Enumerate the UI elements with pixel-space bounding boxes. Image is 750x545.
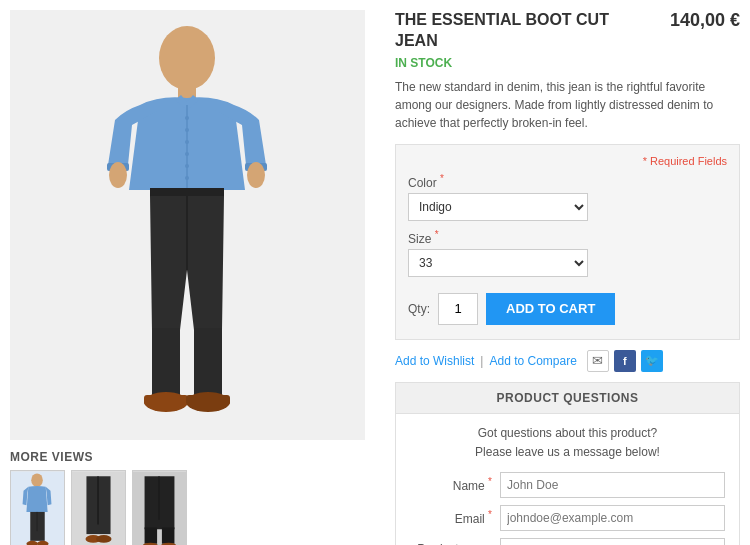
main-product-image [10,10,365,440]
email-field-label: Email * [410,505,500,526]
svg-rect-38 [162,527,175,543]
email-share-icon[interactable]: ✉ [587,350,609,372]
size-label: Size * [408,229,727,246]
name-field-label: Name * [410,472,500,493]
svg-rect-8 [150,188,224,196]
email-input[interactable] [500,505,725,531]
required-note: * Required Fields [408,155,727,167]
svg-point-20 [185,152,189,156]
product-title-row: THE ESSENTIAL BOOT CUT JEAN 140,00 € [395,10,740,52]
twitter-share-icon[interactable]: 🐦 [641,350,663,372]
color-select[interactable]: Indigo [408,193,588,221]
product-description: The new standard in denim, this jean is … [395,78,740,132]
social-icons: ✉ f 🐦 [587,350,663,372]
svg-point-22 [185,176,189,180]
thumbnail-3[interactable] [132,470,187,545]
product-name-input[interactable] [500,538,725,545]
svg-rect-10 [152,328,180,398]
product-questions-body: Got questions about this product? Please… [396,414,739,545]
svg-point-18 [185,128,189,132]
more-views-label: MORE VIEWS [10,450,380,464]
product-title: THE ESSENTIAL BOOT CUT JEAN [395,10,615,52]
email-field-row: Email * [410,505,725,531]
svg-rect-14 [144,395,188,405]
thumbnail-2[interactable] [71,470,126,545]
facebook-share-icon[interactable]: f [614,350,636,372]
qty-label: Qty: [408,302,430,316]
thumbnail-1[interactable] [10,470,65,545]
svg-rect-37 [145,527,158,543]
svg-rect-11 [194,328,222,398]
wishlist-separator: | [480,354,483,368]
svg-point-6 [109,162,127,188]
svg-point-21 [185,164,189,168]
svg-point-1 [159,26,215,90]
product-name-field-label: Product name [410,538,500,545]
svg-rect-15 [186,395,230,405]
size-select[interactable]: 33 [408,249,588,277]
svg-point-17 [185,116,189,120]
product-questions-header: PRODUCT QUESTIONS [396,383,739,414]
stock-status: IN STOCK [395,56,740,70]
add-to-compare-link[interactable]: Add to Compare [489,354,576,368]
add-to-wishlist-link[interactable]: Add to Wishlist [395,354,474,368]
product-questions-intro: Got questions about this product? Please… [410,424,725,462]
name-input[interactable] [500,472,725,498]
wishlist-row: Add to Wishlist | Add to Compare ✉ f 🐦 [395,350,740,372]
qty-input[interactable] [438,293,478,325]
name-field-row: Name * [410,472,725,498]
add-to-cart-button[interactable]: ADD TO CART [486,293,615,325]
page-container: MORE VIEWS [0,0,750,545]
product-price: 140,00 € [670,10,740,31]
product-name-field-row: Product name [410,538,725,545]
product-questions-section: PRODUCT QUESTIONS Got questions about th… [395,382,740,545]
svg-point-7 [247,162,265,188]
options-box: * Required Fields Color * Indigo Size * … [395,144,740,340]
thumbnails-container [10,470,380,545]
svg-point-19 [185,140,189,144]
svg-point-24 [31,473,43,486]
qty-row: Qty: ADD TO CART [408,293,727,325]
right-panel: THE ESSENTIAL BOOT CUT JEAN 140,00 € IN … [390,10,740,545]
left-panel: MORE VIEWS [10,10,380,545]
color-label: Color * [408,173,727,190]
svg-point-33 [96,535,111,543]
